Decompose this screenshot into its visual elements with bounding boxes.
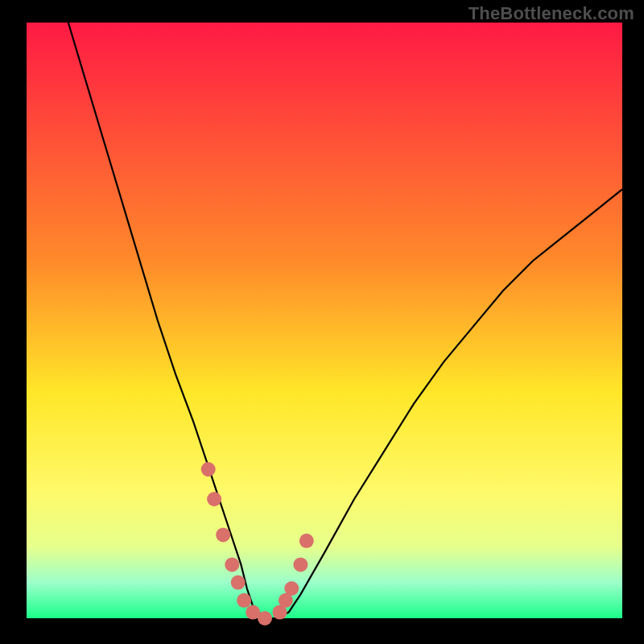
- optimal-dot: [293, 557, 308, 572]
- optimal-dot: [225, 557, 239, 572]
- optimal-dot: [258, 611, 272, 625]
- bottleneck-chart: [0, 0, 644, 644]
- optimal-dot: [299, 534, 314, 548]
- optimal-dot: [231, 576, 246, 590]
- plot-background: [27, 23, 622, 618]
- optimal-dot: [216, 527, 230, 542]
- optimal-dot: [207, 492, 221, 506]
- chart-frame: TheBottleneck.com: [0, 0, 644, 644]
- optimal-dot: [284, 581, 299, 596]
- optimal-dot: [201, 462, 216, 477]
- watermark-text: TheBottleneck.com: [469, 3, 634, 24]
- optimal-dot: [237, 593, 251, 608]
